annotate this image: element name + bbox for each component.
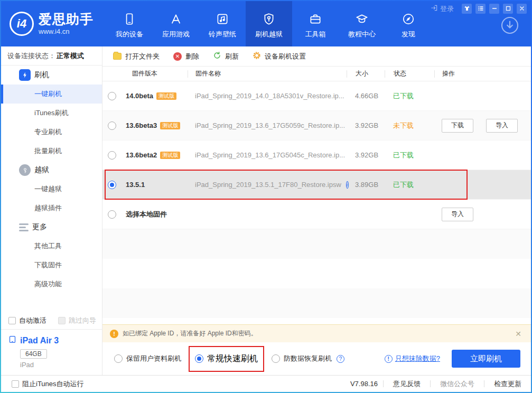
- app-logo: i4 爱思助手 www.i4.cn: [1, 1, 103, 46]
- option-radio[interactable]: [114, 354, 123, 363]
- sidebar-item-other-tools[interactable]: 其他工具: [1, 237, 102, 256]
- firmware-name: iPad_Spring_2019_13.6_17G5045c_Restore.i…: [195, 151, 345, 159]
- refresh-label: 刷新: [225, 52, 239, 61]
- table-row[interactable]: 14.0beta测试版 iPad_Spring_2019_14.0_18A530…: [102, 81, 531, 111]
- sidebar-item-jailbreak-plugins[interactable]: 越狱插件: [1, 199, 102, 218]
- tab-label: 工具箱: [305, 30, 326, 39]
- tab-toolbox[interactable]: 工具箱: [292, 1, 339, 46]
- login-label: 登录: [440, 4, 454, 14]
- firmware-version: 13.6beta2: [126, 151, 157, 159]
- firmware-name: iPad_Spring_2019_13.5.1_17F80_Restore.ip…: [195, 181, 341, 189]
- skip-wizard-label: 跳过向导: [69, 316, 96, 325]
- notice-close-icon[interactable]: ✕: [513, 330, 524, 338]
- sidebar-item-one-click-jailbreak[interactable]: 一键越狱: [1, 180, 102, 199]
- table-row-selected[interactable]: 13.5.1 iPad_Spring_2019_13.5.1_17F80_Res…: [102, 170, 531, 200]
- keep-user-data-option[interactable]: 保留用户资料刷机: [114, 354, 181, 363]
- block-itunes-checkbox[interactable]: 阻止iTunes自动运行: [12, 379, 84, 389]
- connection-status-value: 正常模式: [57, 51, 84, 61]
- wechat-official-link[interactable]: 微信公众号: [431, 379, 484, 389]
- theme-skin-button[interactable]: [462, 4, 472, 14]
- compass-icon: [402, 12, 415, 26]
- tab-label: 刷机越狱: [255, 30, 283, 39]
- menu-list-button[interactable]: [475, 4, 486, 14]
- table-row[interactable]: 13.6beta2测试版 iPad_Spring_2019_13.6_17G50…: [102, 141, 531, 170]
- feedback-link[interactable]: 意见反馈: [384, 379, 430, 389]
- anti-data-recovery-option[interactable]: 防数据恢复刷机 ?: [272, 354, 344, 363]
- minimize-button[interactable]: [489, 4, 499, 14]
- download-center-button[interactable]: [500, 16, 519, 35]
- table-row-local[interactable]: 选择本地固件 导入: [102, 200, 531, 229]
- checkbox-icon: [8, 317, 16, 324]
- skip-wizard-checkbox[interactable]: 跳过向导: [58, 316, 96, 325]
- erase-data-link[interactable]: 只想抹除数据?: [395, 354, 440, 363]
- table-row[interactable]: 13.6beta3测试版 iPad_Spring_2019_13.6_17G50…: [102, 111, 531, 141]
- refresh-button[interactable]: 刷新: [213, 51, 239, 61]
- firmware-radio[interactable]: [108, 92, 116, 100]
- firmware-radio[interactable]: [108, 210, 116, 219]
- option-radio-checked[interactable]: [195, 354, 203, 363]
- close-icon: [519, 4, 525, 14]
- sidebar-item-itunes-flash[interactable]: iTunes刷机: [1, 104, 102, 123]
- import-button[interactable]: 导入: [442, 208, 473, 221]
- window-controls: 登录: [431, 4, 527, 14]
- app-window: i4 爱思助手 www.i4.cn 我的设备 应用游戏 铃声壁纸 刷机越狱: [0, 0, 532, 393]
- apple-id-notice: ! 如已绑定 Apple ID，请准备好 Apple ID和密码。 ✕: [102, 324, 531, 342]
- sidebar-item-advanced-features[interactable]: 高级功能: [1, 275, 102, 294]
- local-firmware-label: 选择本地固件: [126, 210, 167, 219]
- firmware-size: 3.89GB: [355, 181, 378, 189]
- header-firmware-version: 固件版本: [132, 69, 157, 78]
- header-size: 大小: [356, 69, 368, 78]
- skin-icon: [464, 4, 470, 14]
- status-not-downloaded: 未下载: [393, 121, 414, 129]
- tab-tutorial-center[interactable]: 教程中心: [339, 1, 385, 46]
- device-type: iPad: [20, 361, 102, 369]
- appstore-icon: [169, 12, 183, 26]
- auto-activate-checkbox[interactable]: 自动激活: [8, 316, 46, 325]
- empty-rows-area: [102, 229, 531, 324]
- help-icon[interactable]: ?: [337, 355, 344, 363]
- list-icon: [478, 4, 484, 14]
- tab-my-device[interactable]: 我的设备: [106, 1, 153, 46]
- check-update-link[interactable]: 检查更新: [484, 379, 521, 389]
- toolbox-icon: [309, 12, 322, 26]
- tab-label: 教程中心: [348, 30, 376, 39]
- option-radio[interactable]: [272, 354, 280, 363]
- sidebar-item-batch-flash[interactable]: 批量刷机: [1, 142, 102, 161]
- import-button[interactable]: 导入: [486, 119, 518, 133]
- login-button[interactable]: 登录: [431, 4, 454, 14]
- main-nav: 我的设备 应用游戏 铃声壁纸 刷机越狱 工具箱 教程中心: [106, 1, 432, 46]
- device-capacity-badge: 64GB: [20, 349, 47, 359]
- maximize-button[interactable]: [503, 4, 513, 14]
- beta-badge: 测试版: [160, 122, 180, 129]
- close-button[interactable]: [517, 4, 527, 14]
- sidebar-group-label: 更多: [32, 222, 47, 232]
- delete-button[interactable]: ✕ 删除: [173, 52, 199, 61]
- tab-ringtones-wallpapers[interactable]: 铃声壁纸: [199, 1, 246, 46]
- app-version: V7.98.16: [350, 380, 383, 388]
- download-button[interactable]: 下载: [442, 119, 473, 133]
- flash-now-button[interactable]: 立即刷机: [452, 350, 520, 368]
- header-actions: 操作: [442, 69, 455, 78]
- normal-fast-flash-option-highlighted[interactable]: 常规快速刷机: [189, 346, 264, 372]
- sidebar-item-label: 其他工具: [34, 241, 62, 251]
- device-flash-settings-button[interactable]: 设备刷机设置: [253, 51, 306, 61]
- status-downloaded: 已下载: [393, 181, 414, 189]
- firmware-radio[interactable]: [108, 121, 116, 130]
- firmware-radio[interactable]: [108, 151, 116, 160]
- firmware-radio-checked[interactable]: [108, 181, 116, 189]
- tab-flash-jailbreak[interactable]: 刷机越狱: [246, 1, 292, 46]
- sidebar-item-pro-flash[interactable]: 专业刷机: [1, 123, 102, 142]
- main-panel: 打开文件夹 ✕ 删除 刷新 设备刷机设置 固件版本 固件名称: [102, 46, 531, 375]
- header-firmware-name: 固件名称: [195, 69, 221, 78]
- app-url: www.i4.cn: [39, 27, 94, 35]
- open-folder-button[interactable]: 打开文件夹: [113, 52, 160, 61]
- option-label: 常规快速刷机: [207, 353, 258, 364]
- sidebar-item-download-firmware[interactable]: 下载固件: [1, 256, 102, 275]
- warning-icon: !: [110, 330, 118, 338]
- sidebar-item-one-click-flash[interactable]: 一键刷机: [1, 85, 102, 104]
- tab-apps-games[interactable]: 应用游戏: [153, 1, 199, 46]
- tab-discover[interactable]: 发现: [385, 1, 432, 46]
- connection-status-label: 设备连接状态：: [7, 51, 55, 61]
- sidebar-item-label: 批量刷机: [34, 146, 62, 156]
- maximize-icon: [505, 4, 511, 14]
